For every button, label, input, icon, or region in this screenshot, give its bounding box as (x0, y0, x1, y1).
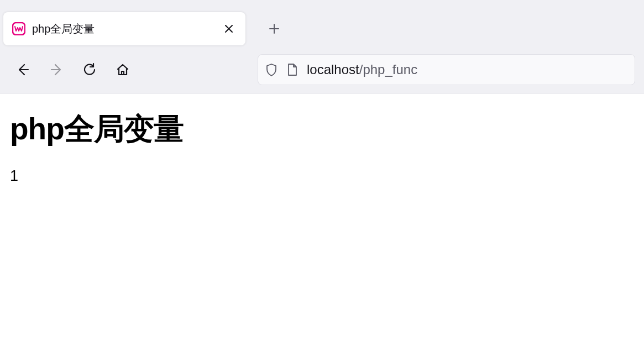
browser-tab[interactable]: php全局变量 (3, 12, 245, 45)
page-content: php全局变量 1 (0, 93, 644, 200)
wamp-icon (12, 22, 25, 35)
page-body-text: 1 (10, 168, 634, 185)
shield-icon[interactable] (265, 63, 278, 76)
svg-rect-0 (13, 23, 25, 35)
url-path: /php_func (359, 62, 417, 77)
url-host: localhost (307, 62, 359, 77)
tab-title: php全局变量 (32, 22, 214, 36)
home-button[interactable] (108, 55, 137, 84)
close-icon[interactable] (221, 21, 237, 36)
url-text: localhost/php_func (307, 62, 417, 77)
new-tab-button[interactable] (262, 17, 286, 41)
toolbar: localhost/php_func (0, 46, 644, 93)
forward-button[interactable] (42, 55, 71, 84)
browser-chrome: php全局变量 (0, 0, 644, 93)
address-bar-wrapper: localhost/php_func (258, 54, 635, 85)
back-button[interactable] (9, 55, 38, 84)
address-bar[interactable]: localhost/php_func (258, 54, 635, 85)
reload-button[interactable] (75, 55, 104, 84)
tab-strip: php全局变量 (0, 0, 644, 46)
page-icon (286, 63, 299, 76)
page-heading: php全局变量 (10, 109, 634, 150)
